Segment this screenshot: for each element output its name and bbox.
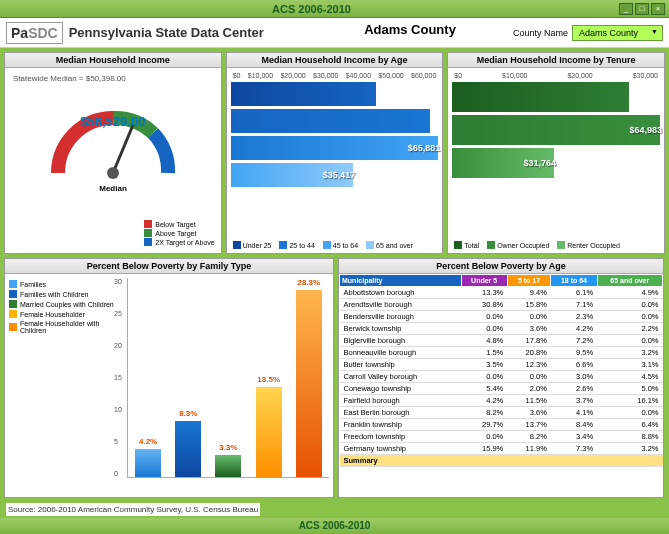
table-row: Abbottstown borough13.3%9.4%6.1%4.9% bbox=[340, 287, 663, 299]
table-row: Butler township3.5%12.3%6.6%3.1% bbox=[340, 359, 663, 371]
window-title: ACS 2006-2010 bbox=[4, 3, 619, 15]
gauge-panel: Median Household Income Statewide Median… bbox=[4, 52, 222, 254]
tenure-bar-owner: $64,983 bbox=[452, 115, 660, 145]
tenure-bar-renter: $31,764 bbox=[452, 148, 660, 178]
age-axis: $0$10,000$20,000$30,000$40,000$50,000$60… bbox=[231, 72, 439, 79]
page-title: Pennsylvania State Data Center bbox=[69, 25, 264, 40]
titlebar: ACS 2006-2010 _ □ × bbox=[0, 0, 669, 18]
poverty-family-title: Percent Below Poverty by Family Type bbox=[5, 259, 333, 274]
statewide-median: Statewide Median = $50,398.00 bbox=[13, 74, 217, 83]
pv-bar-female: 13.5% bbox=[256, 387, 282, 477]
svg-line-0 bbox=[113, 125, 133, 173]
logo: PaSDC bbox=[6, 22, 63, 44]
table-row: Carroll Valley borough0.0%0.0%3.0%4.5% bbox=[340, 371, 663, 383]
gauge-chart: Median bbox=[38, 83, 188, 193]
gauge-title: Median Household Income bbox=[5, 53, 221, 68]
county-dropdown[interactable]: Adams County bbox=[572, 25, 663, 41]
table-row: Fairfield borough4.2%11.5%3.7%16.1% bbox=[340, 395, 663, 407]
age-bar-25-44 bbox=[231, 109, 439, 133]
table-row: Berwick township0.0%3.6%4.2%2.2% bbox=[340, 323, 663, 335]
county-title: Adams County bbox=[340, 20, 480, 39]
pv-bar-married: 3.3% bbox=[215, 455, 241, 477]
age-bar-45-64: $65,881 bbox=[231, 136, 439, 160]
poverty-legend: Families Families with Children Married … bbox=[9, 278, 127, 493]
pv-bar-famchild: 8.3% bbox=[175, 421, 201, 477]
summary-row: Summary bbox=[340, 455, 663, 467]
pv-bar-families: 4.2% bbox=[135, 449, 161, 477]
age-bar-65over: $35,417 bbox=[231, 163, 439, 187]
county-label: County Name bbox=[513, 28, 568, 38]
poverty-age-panel: Percent Below Poverty by Age Municipalit… bbox=[338, 258, 664, 498]
pv-bar-femchild: 28.3% bbox=[296, 290, 322, 477]
tenure-axis: $0$10,000$20,000$30,000 bbox=[452, 72, 660, 79]
table-row: Germany township15.9%11.9%7.3%3.2% bbox=[340, 443, 663, 455]
income-tenure-title: Median Household Income by Tenure bbox=[448, 53, 664, 68]
gauge-legend: Below Target Above Target 2X Target or A… bbox=[144, 219, 214, 247]
tenure-legend: Total Owner Occupied Renter Occupied bbox=[454, 241, 658, 249]
svg-text:Median: Median bbox=[99, 184, 127, 193]
table-row: Conewago township5.4%2.0%2.6%5.0% bbox=[340, 383, 663, 395]
table-row: East Berlin borough8.2%3.6%4.1%0.0% bbox=[340, 407, 663, 419]
income-tenure-panel: Median Household Income by Tenure $0$10,… bbox=[447, 52, 665, 254]
bottombar: ACS 2006-2010 bbox=[0, 518, 669, 534]
table-row: Biglerville borough4.8%17.8%7.2%0.0% bbox=[340, 335, 663, 347]
svg-point-1 bbox=[107, 167, 119, 179]
age-legend: Under 25 25 to 44 45 to 64 65 and over bbox=[233, 241, 437, 249]
table-row: Bendersville borough0.0%0.0%2.3%0.0% bbox=[340, 311, 663, 323]
maximize-button[interactable]: □ bbox=[635, 3, 649, 15]
tenure-bar-total bbox=[452, 82, 660, 112]
income-age-panel: Median Household Income by Age $0$10,000… bbox=[226, 52, 444, 254]
close-button[interactable]: × bbox=[651, 3, 665, 15]
gauge-value: $56,529.00 bbox=[5, 114, 221, 129]
age-bar-under25 bbox=[231, 82, 439, 106]
table-row: Arendtsville borough30.8%15.8%7.1%0.0% bbox=[340, 299, 663, 311]
income-age-title: Median Household Income by Age bbox=[227, 53, 443, 68]
source-footer: Source: 2006-2010 American Community Sur… bbox=[6, 503, 260, 516]
table-row: Freedom township0.0%8.2%3.4%8.8% bbox=[340, 431, 663, 443]
header: PaSDC Pennsylvania State Data Center Ada… bbox=[0, 18, 669, 48]
poverty-chart: 302520151050 4.2% 8.3% 3.3% 13.5% 28.3% bbox=[127, 278, 329, 478]
table-row: Franklin township29.7%13.7%8.4%6.4% bbox=[340, 419, 663, 431]
minimize-button[interactable]: _ bbox=[619, 3, 633, 15]
poverty-table: Municipality Under 5 5 to 17 18 to 64 65… bbox=[339, 274, 663, 467]
table-row: Bonneauville borough1.5%20.8%9.5%3.2% bbox=[340, 347, 663, 359]
poverty-age-title: Percent Below Poverty by Age bbox=[339, 259, 663, 274]
poverty-family-panel: Percent Below Poverty by Family Type Fam… bbox=[4, 258, 334, 498]
